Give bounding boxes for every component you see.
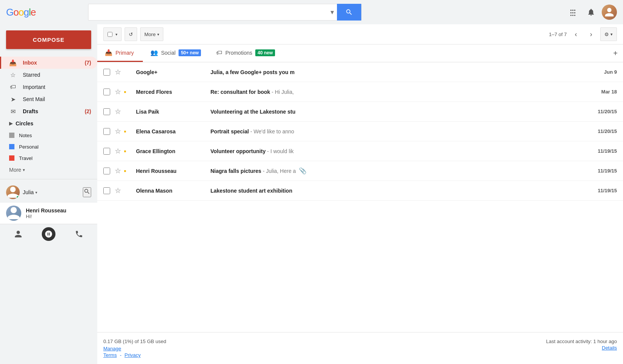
email-sender: Grace Ellington bbox=[136, 148, 204, 154]
email-checkbox[interactable] bbox=[103, 69, 110, 76]
refresh-icon: ↺ bbox=[129, 32, 133, 37]
label-icon: ▪ bbox=[124, 147, 131, 155]
email-subject: Volunteer opportunity bbox=[210, 148, 266, 154]
prev-page-button[interactable]: ‹ bbox=[570, 28, 582, 40]
promotions-tab-label: Promotions bbox=[225, 50, 252, 56]
chat-hangouts-button[interactable] bbox=[42, 227, 55, 241]
email-preview: - Hi Julia, bbox=[272, 89, 294, 95]
chat-search-button[interactable] bbox=[83, 187, 91, 197]
refresh-button[interactable]: ↺ bbox=[125, 27, 137, 41]
details-link[interactable]: Details bbox=[602, 345, 617, 351]
search-input[interactable] bbox=[89, 4, 327, 20]
email-subject-preview: Volunteer opportunity - I would lik bbox=[210, 148, 584, 154]
tab-primary[interactable]: 📥 Primary bbox=[97, 44, 143, 62]
star-icon: ☆ bbox=[9, 71, 17, 79]
more-actions-button[interactable]: More ▾ bbox=[140, 27, 163, 41]
sidebar-item-circles[interactable]: ▶ Circles bbox=[0, 117, 97, 130]
manage-link[interactable]: Manage bbox=[103, 346, 121, 351]
email-sender: Lisa Paik bbox=[136, 109, 204, 115]
notes-color-icon bbox=[9, 133, 14, 138]
email-list: ☆ ▪ Google+ Julia, a few Google+ posts y… bbox=[97, 62, 623, 332]
add-tab-icon: + bbox=[613, 49, 618, 58]
add-tab-button[interactable]: + bbox=[608, 44, 623, 62]
star-button[interactable]: ☆ bbox=[113, 68, 122, 77]
next-page-button[interactable]: › bbox=[585, 28, 597, 40]
star-button[interactable]: ☆ bbox=[113, 107, 122, 116]
email-row[interactable]: ☆ ▪ Elena Casarosa Portrait special - We… bbox=[97, 122, 623, 141]
sidebar-item-sent[interactable]: ➤ Sent Mail bbox=[0, 93, 97, 105]
chat-user-row[interactable]: Julia ▾ bbox=[0, 182, 97, 202]
email-row[interactable]: ☆ ▪ Grace Ellington Volunteer opportunit… bbox=[97, 141, 623, 161]
social-tab-label: Social bbox=[161, 50, 176, 56]
email-checkbox[interactable] bbox=[103, 108, 110, 115]
email-preview: - I would lik bbox=[267, 148, 294, 154]
settings-button[interactable]: ⚙ ▾ bbox=[600, 27, 617, 41]
inbox-icon: 📥 bbox=[9, 59, 17, 66]
sidebar-item-personal[interactable]: Personal bbox=[0, 141, 97, 152]
email-subject: Lakestone student art exhibition bbox=[210, 188, 292, 194]
search-bar[interactable]: ▾ bbox=[88, 4, 362, 21]
email-checkbox[interactable] bbox=[103, 89, 110, 95]
email-checkbox[interactable] bbox=[103, 128, 110, 135]
star-button[interactable]: ☆ bbox=[113, 147, 122, 156]
email-row[interactable]: ☆ ▪ Merced Flores Re: consultant for boo… bbox=[97, 82, 623, 102]
sidebar-item-inbox[interactable]: 📥 Inbox (7) bbox=[0, 57, 97, 69]
select-all-button[interactable]: ▾ bbox=[103, 27, 122, 41]
chat-profile-button[interactable] bbox=[11, 227, 25, 241]
tab-social[interactable]: 👥 Social 50+ new bbox=[143, 44, 209, 62]
more-actions-arrow-icon: ▾ bbox=[157, 32, 159, 36]
star-button[interactable]: ☆ bbox=[113, 87, 122, 97]
email-checkbox[interactable] bbox=[103, 187, 110, 194]
sidebar-item-drafts[interactable]: ✉ Drafts (2) bbox=[0, 105, 97, 117]
email-preview: - We'd like to anno bbox=[250, 128, 294, 135]
tab-promotions[interactable]: 🏷 Promotions 40 new bbox=[209, 44, 283, 62]
star-button[interactable]: ☆ bbox=[113, 186, 122, 195]
sidebar-item-notes[interactable]: Notes bbox=[0, 130, 97, 141]
search-dropdown-button[interactable]: ▾ bbox=[327, 8, 337, 16]
email-row[interactable]: ☆ ▪ Olenna Mason Lakestone student art e… bbox=[97, 181, 623, 201]
promotions-badge: 40 new bbox=[255, 49, 275, 56]
label-icon: ▪ bbox=[124, 187, 131, 195]
compose-button[interactable]: COMPOSE bbox=[6, 30, 91, 49]
email-row[interactable]: ☆ ▪ Henri Rousseau Niagra falls pictures… bbox=[97, 161, 623, 181]
promotions-tab-icon: 🏷 bbox=[216, 49, 222, 56]
chat-bottom-bar bbox=[0, 224, 97, 244]
user-avatar-button[interactable] bbox=[602, 5, 617, 20]
search-button[interactable] bbox=[337, 4, 361, 21]
label-icon: ▪ bbox=[124, 108, 131, 116]
important-icon: 🏷 bbox=[9, 84, 17, 90]
footer-separator: - bbox=[120, 352, 121, 358]
chat-contact-row[interactable]: Henri Rousseau Hi! bbox=[0, 202, 97, 224]
chat-phone-button[interactable] bbox=[72, 227, 86, 241]
main-container: COMPOSE 📥 Inbox (7) ☆ Starred 🏷 Importan… bbox=[0, 24, 623, 364]
privacy-link[interactable]: Privacy bbox=[125, 352, 141, 358]
email-subject-preview: Portrait special - We'd like to anno bbox=[210, 128, 584, 135]
select-all-checkbox[interactable] bbox=[108, 32, 112, 37]
notifications-button[interactable] bbox=[583, 5, 599, 20]
star-button[interactable]: ☆ bbox=[113, 166, 122, 176]
email-checkbox[interactable] bbox=[103, 148, 110, 155]
sidebar-more-button[interactable]: More ▾ bbox=[0, 164, 97, 176]
email-subject-preview: Niagra falls pictures - Julia, Here a 📎 bbox=[210, 167, 584, 174]
email-row[interactable]: ☆ ▪ Google+ Julia, a few Google+ posts y… bbox=[97, 62, 623, 82]
email-checkbox[interactable] bbox=[103, 168, 110, 174]
email-row[interactable]: ☆ ▪ Lisa Paik Volunteering at the Lakest… bbox=[97, 102, 623, 122]
attachment-icon: 📎 bbox=[299, 168, 307, 174]
chat-user-name-area: Julia ▾ bbox=[23, 189, 83, 195]
apps-button[interactable] bbox=[565, 5, 580, 20]
email-sender: Google+ bbox=[136, 69, 204, 75]
sidebar-item-starred[interactable]: ☆ Starred bbox=[0, 69, 97, 81]
email-date: 11/19/15 bbox=[590, 168, 617, 174]
chat-contact-avatar bbox=[6, 206, 21, 221]
drafts-icon: ✉ bbox=[9, 108, 17, 115]
terms-link[interactable]: Terms bbox=[103, 352, 117, 358]
top-bar: Google ▾ bbox=[0, 0, 623, 24]
star-button[interactable]: ☆ bbox=[113, 127, 122, 136]
email-sender: Merced Flores bbox=[136, 89, 204, 95]
sidebar: COMPOSE 📥 Inbox (7) ☆ Starred 🏷 Importan… bbox=[0, 24, 97, 364]
sidebar-item-travel[interactable]: Travel bbox=[0, 152, 97, 164]
label-icon: ▪ bbox=[124, 88, 131, 96]
footer-links: Manage bbox=[103, 346, 166, 351]
email-date: 11/19/15 bbox=[590, 148, 617, 154]
sidebar-item-important[interactable]: 🏷 Important bbox=[0, 81, 97, 93]
